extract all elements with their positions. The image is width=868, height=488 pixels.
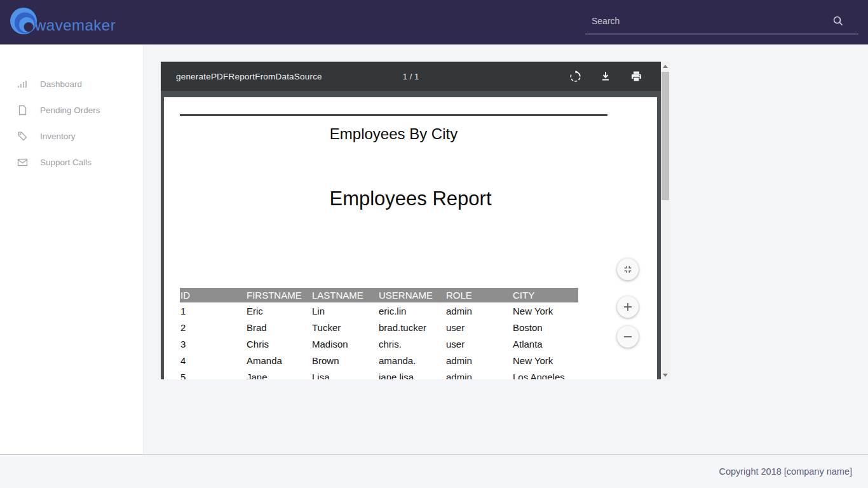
pdf-toolbar-actions <box>568 69 643 83</box>
column-header: ID <box>180 290 246 301</box>
cell-city: Los Angeles <box>512 372 578 380</box>
document-title: Employees Report <box>164 187 657 210</box>
cell-username: brad.tucker <box>378 322 445 333</box>
cell-lastname: Brown <box>311 355 378 366</box>
cell-firstname: Chris <box>246 339 311 349</box>
table-row: 3 Chris Madison chris. user Atlanta <box>180 336 578 352</box>
cell-lastname: Lisa <box>311 372 378 380</box>
pdf-content-area: Employees By City Employees Report ID FI… <box>161 91 661 379</box>
column-header: ROLE <box>445 290 512 301</box>
sidebar-item-label: Support Calls <box>40 158 92 167</box>
cell-city: New York <box>512 306 578 316</box>
document-header: Employees By City <box>180 114 607 143</box>
logo-text: wavemaker <box>35 17 116 34</box>
print-icon[interactable] <box>629 69 643 83</box>
app-footer: Copyright 2018 [company name] <box>0 454 868 488</box>
table-row: 2 Brad Tucker brad.tucker user Boston <box>180 319 578 336</box>
fit-to-page-button[interactable] <box>617 259 639 280</box>
column-header: FIRSTNAME <box>246 290 311 301</box>
sidebar-item-label: Pending Orders <box>40 105 100 115</box>
cell-id: 2 <box>180 322 246 333</box>
column-header: CITY <box>512 290 578 301</box>
cell-firstname: Jane <box>246 372 311 380</box>
column-header: USERNAME <box>378 290 445 301</box>
cell-city: Atlanta <box>512 339 578 349</box>
download-icon[interactable] <box>599 69 613 83</box>
sidebar-item-support-calls[interactable]: Support Calls <box>0 149 143 175</box>
pdf-page: Employees By City Employees Report ID FI… <box>164 97 657 379</box>
table-row: 4 Amanda Brown amanda. admin New York <box>180 352 578 369</box>
table-row: 1 Eric Lin eric.lin admin New York <box>180 302 578 319</box>
cell-firstname: Eric <box>246 306 311 316</box>
rotate-icon[interactable] <box>568 69 582 83</box>
sidebar-item-label: Dashboard <box>40 79 82 89</box>
pdf-title: generatePDFReportFromDataSource <box>176 72 322 81</box>
cell-lastname: Tucker <box>311 322 378 333</box>
table-row: 5 Jane Lisa jane.lisa admin Los Angeles <box>180 369 578 379</box>
zoom-out-button[interactable] <box>617 326 639 348</box>
sidebar: Dashboard Pending Orders Inventory <box>0 44 144 454</box>
app-header: wavemaker <box>0 0 868 44</box>
cell-role: admin <box>445 372 512 380</box>
cell-id: 1 <box>180 306 246 316</box>
envelope-icon <box>17 157 28 168</box>
sidebar-item-label: Inventory <box>40 132 76 141</box>
cell-lastname: Madison <box>311 339 378 349</box>
sidebar-nav: Dashboard Pending Orders Inventory <box>0 44 143 175</box>
pdf-toolbar: generatePDFReportFromDataSource 1 / 1 <box>161 62 661 91</box>
search-field <box>585 11 858 34</box>
cell-username: eric.lin <box>378 306 445 316</box>
document-subtitle: Employees By City <box>180 125 607 143</box>
cell-id: 4 <box>180 355 246 366</box>
scroll-down-icon[interactable] <box>661 370 670 379</box>
pdf-page-indicator: 1 / 1 <box>403 72 419 81</box>
cell-role: admin <box>445 355 512 366</box>
search-input[interactable] <box>585 11 858 30</box>
header-rule <box>180 114 607 116</box>
wavemaker-wave-icon <box>8 6 39 39</box>
wavemaker-logo: wavemaker <box>8 6 116 39</box>
bar-chart-icon <box>17 79 28 90</box>
cell-firstname: Brad <box>246 322 311 333</box>
employees-table: ID FIRSTNAME LASTNAME USERNAME ROLE CITY… <box>180 288 578 379</box>
table-header-row: ID FIRSTNAME LASTNAME USERNAME ROLE CITY <box>180 288 578 302</box>
cell-id: 5 <box>180 372 246 380</box>
cell-role: user <box>445 322 512 333</box>
cell-id: 3 <box>180 339 246 349</box>
column-header: LASTNAME <box>311 290 378 301</box>
pdf-viewer: generatePDFReportFromDataSource 1 / 1 <box>161 62 670 379</box>
tag-icon <box>17 131 28 142</box>
scrollbar-thumb[interactable] <box>661 72 669 200</box>
document-icon <box>17 105 28 116</box>
cell-username: jane.lisa <box>378 372 445 380</box>
search-icon[interactable] <box>832 15 844 30</box>
main-content: generatePDFReportFromDataSource 1 / 1 <box>144 44 868 454</box>
zoom-in-button[interactable] <box>617 296 639 318</box>
pdf-scrollbar[interactable] <box>661 62 670 379</box>
cell-city: Boston <box>512 322 578 333</box>
cell-lastname: Lin <box>311 306 378 316</box>
cell-role: user <box>445 339 512 349</box>
sidebar-item-pending-orders[interactable]: Pending Orders <box>0 97 143 123</box>
sidebar-item-dashboard[interactable]: Dashboard <box>0 71 143 97</box>
cell-username: amanda. <box>378 355 445 366</box>
cell-firstname: Amanda <box>246 355 311 366</box>
cell-role: admin <box>445 306 512 316</box>
cell-city: New York <box>512 355 578 366</box>
scroll-up-icon[interactable] <box>661 62 670 71</box>
sidebar-item-inventory[interactable]: Inventory <box>0 123 143 149</box>
cell-username: chris. <box>378 339 445 349</box>
copyright-text: Copyright 2018 [company name] <box>719 466 852 477</box>
